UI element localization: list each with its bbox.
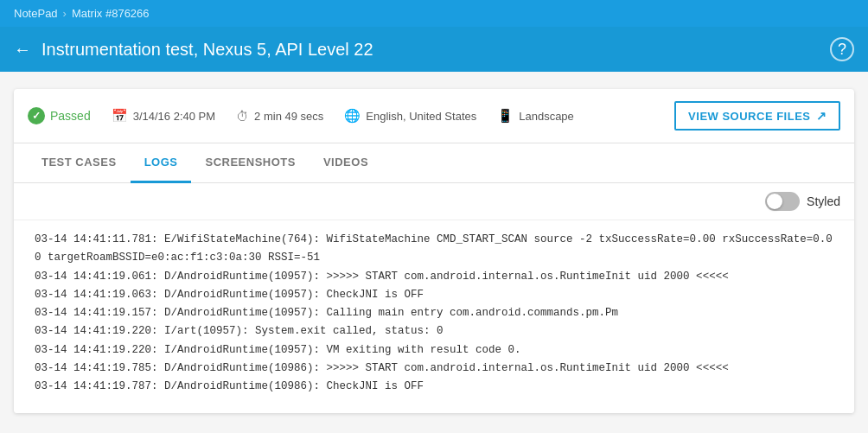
view-source-label: VIEW SOURCE FILES (688, 110, 810, 123)
date-text: 3/14/16 2:40 PM (133, 110, 215, 123)
help-button[interactable]: ? (830, 37, 854, 61)
locale-text: English, United States (366, 110, 476, 123)
globe-icon: 🌐 (344, 108, 361, 124)
log-line: 03-14 14:41:19.787: D/AndroidRuntime(109… (35, 378, 833, 396)
tab-logs[interactable]: LOGS (131, 143, 192, 183)
orientation-item: 📱 Landscape (497, 108, 574, 124)
log-line: 03-14 14:41:19.061: D/AndroidRuntime(109… (35, 268, 833, 286)
top-bar: NotePad › Matrix #876266 (0, 0, 868, 27)
styled-toggle-container: Styled (765, 192, 840, 211)
app-name[interactable]: NotePad (14, 7, 58, 20)
result-card: Passed 📅 3/14/16 2:40 PM ⏱ 2 min 49 secs… (14, 89, 854, 413)
page-header: ← Instrumentation test, Nexus 5, API Lev… (0, 27, 868, 72)
main-content: Passed 📅 3/14/16 2:40 PM ⏱ 2 min 49 secs… (0, 72, 868, 430)
locale-item: 🌐 English, United States (344, 108, 476, 124)
matrix-label[interactable]: Matrix #876266 (72, 7, 150, 20)
log-line: 03-14 14:41:19.220: I/art(10957): System… (35, 322, 833, 341)
back-button[interactable]: ← (14, 41, 31, 58)
log-line: 03-14 14:41:19.063: D/AndroidRuntime(109… (35, 286, 833, 304)
breadcrumb-chevron: › (63, 7, 67, 20)
passed-icon (28, 107, 45, 124)
page-title: Instrumentation test, Nexus 5, API Level… (41, 40, 373, 60)
phone-icon: 📱 (497, 108, 514, 124)
orientation-text: Landscape (519, 110, 574, 123)
styled-label: Styled (807, 194, 840, 208)
date-item: 📅 3/14/16 2:40 PM (112, 108, 215, 124)
clock-icon: ⏱ (236, 109, 249, 124)
status-text: Passed (50, 109, 91, 123)
duration-item: ⏱ 2 min 49 secs (236, 109, 323, 124)
log-line: 03-14 14:41:19.220: I/AndroidRuntime(109… (35, 341, 833, 360)
log-toolbar: Styled (14, 183, 854, 220)
tab-bar: TEST CASES LOGS SCREENSHOTS VIDEOS (14, 143, 854, 183)
calendar-icon: 📅 (112, 108, 128, 124)
log-line: 03-14 14:41:11.781: E/WifiStateMachine(7… (35, 231, 833, 268)
toggle-knob (767, 194, 782, 209)
duration-text: 2 min 49 secs (254, 110, 323, 123)
log-line: 03-14 14:41:19.157: D/AndroidRuntime(109… (35, 304, 833, 322)
tab-test-cases[interactable]: TEST CASES (28, 143, 131, 183)
external-link-icon: ↗ (816, 109, 827, 123)
log-content: 03-14 14:41:11.781: E/WifiStateMachine(7… (14, 220, 854, 413)
tab-videos[interactable]: VIDEOS (310, 143, 382, 183)
tab-screenshots[interactable]: SCREENSHOTS (191, 143, 309, 183)
view-source-button[interactable]: VIEW SOURCE FILES ↗ (674, 101, 840, 131)
info-bar: Passed 📅 3/14/16 2:40 PM ⏱ 2 min 49 secs… (14, 89, 854, 143)
status-badge: Passed (28, 107, 91, 124)
styled-toggle[interactable] (765, 192, 800, 211)
header-left: ← Instrumentation test, Nexus 5, API Lev… (14, 40, 373, 60)
log-line: 03-14 14:41:19.785: D/AndroidRuntime(109… (35, 360, 833, 378)
